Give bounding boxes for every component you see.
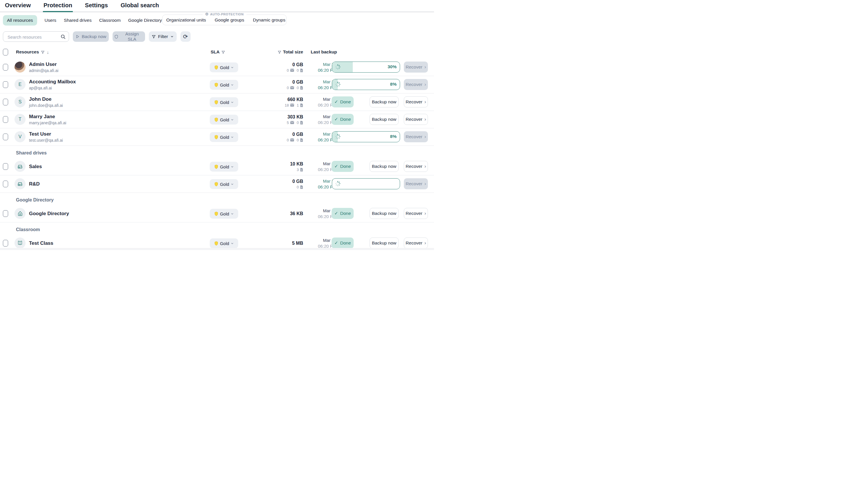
chevron-down-icon [231, 242, 234, 245]
play-icon [75, 35, 80, 38]
mail-icon [290, 69, 294, 72]
mail-icon [290, 86, 294, 89]
recover-button[interactable]: Recover› [404, 178, 428, 189]
auto-protection-legend: ⚙ AUTO-PROTECTION [202, 12, 246, 16]
backup-now-button[interactable]: Backup now [370, 238, 399, 249]
sla-label: Gold [220, 135, 229, 140]
backup-now-button[interactable]: Backup now [370, 114, 399, 125]
sla-pill[interactable]: Gold [210, 179, 238, 189]
assign-sla-button[interactable]: Assign SLA [113, 31, 145, 42]
status-done-badge: ✓Done [332, 96, 354, 107]
auto-protection-label: AUTO-PROTECTION [210, 12, 244, 16]
file-icon [300, 103, 303, 107]
row-checkbox[interactable] [3, 210, 8, 217]
section-header: Google Directory [0, 193, 434, 205]
sort-desc-icon[interactable]: ↓ [47, 50, 49, 55]
backup-progress-bar: 30% [332, 61, 400, 72]
chip-shared-drives[interactable]: Shared drives [64, 18, 92, 23]
chevron-right-icon: › [424, 134, 426, 140]
backup-now-button[interactable]: Backup now [370, 208, 399, 219]
status-label: Done [340, 211, 351, 216]
section-title: Google Directory [16, 197, 54, 203]
search-input[interactable] [7, 32, 60, 42]
user-photo-avatar [14, 61, 25, 72]
chevron-right-icon: › [424, 163, 426, 169]
count-value: 0 [297, 86, 299, 90]
funnel-icon[interactable] [278, 50, 281, 54]
recover-button[interactable]: Recover› [404, 79, 428, 90]
backup-now-toolbar-button[interactable]: Backup now [73, 31, 109, 42]
sla-pill[interactable]: Gold [210, 238, 238, 248]
tab-overview[interactable]: Overview [4, 0, 31, 12]
chip-organizational-units[interactable]: Organizational units [166, 18, 206, 23]
recover-button[interactable]: Recover› [404, 96, 428, 107]
chevron-right-icon: › [424, 99, 426, 105]
chip-users[interactable]: Users [45, 18, 56, 23]
backup-now-button[interactable]: Backup now [370, 96, 399, 107]
resource-name: Google Directory [29, 211, 69, 217]
recover-button[interactable]: Recover› [404, 131, 428, 142]
sla-pill[interactable]: Gold [210, 162, 238, 172]
resource-name: Test Class [29, 240, 54, 246]
chip-google-groups[interactable]: Google groups [215, 18, 244, 23]
file-icon [300, 69, 303, 72]
check-icon: ✓ [334, 117, 338, 122]
count-value: 0 [287, 86, 289, 90]
chip-dynamic-groups[interactable]: Dynamic groups [253, 18, 285, 23]
sla-pill[interactable]: Gold [210, 62, 238, 72]
chevron-down-icon [231, 118, 234, 121]
resource-name: Marry Jane [29, 114, 66, 120]
count-value: 1 [297, 103, 299, 107]
file-icon [300, 185, 303, 189]
recover-button[interactable]: Recover› [404, 238, 428, 249]
status-done-badge: ✓Done [332, 114, 354, 125]
tab-protection[interactable]: Protection [43, 0, 73, 12]
refresh-button[interactable]: ⟳ [180, 31, 191, 42]
total-size-value: 0 GB [292, 132, 303, 137]
recover-button[interactable]: Recover› [404, 161, 428, 172]
count-value: 0 [287, 68, 289, 72]
sla-pill[interactable]: Gold [210, 97, 238, 107]
funnel-icon[interactable] [41, 50, 45, 54]
chip-all-resources[interactable]: All resources [3, 15, 37, 25]
row-checkbox[interactable] [3, 116, 8, 123]
sla-pill[interactable]: Gold [210, 80, 238, 90]
row-checkbox[interactable] [3, 240, 8, 247]
row-checkbox[interactable] [3, 181, 8, 187]
backup-progress-bar: 8% [332, 131, 400, 142]
total-size-cell: 0 GB0 [292, 175, 303, 193]
recover-button[interactable]: Recover› [404, 208, 428, 219]
row-checkbox[interactable] [3, 81, 8, 88]
resources-header: Resources [16, 49, 39, 55]
sla-pill[interactable]: Gold [210, 209, 238, 219]
resource-name-block: Accounting Mailboxap@qa.afi.ai [29, 76, 76, 93]
row-checkbox[interactable] [3, 163, 8, 170]
sla-pill[interactable]: Gold [210, 115, 238, 125]
backup-now-button[interactable]: Backup now [370, 161, 399, 172]
filter-button[interactable]: Filter [149, 31, 177, 42]
chip-google-directory[interactable]: Google Directory [128, 18, 162, 23]
total-size-value: 303 KB [288, 114, 303, 120]
tab-global-search[interactable]: Global search [120, 0, 160, 12]
protection-page: Overview Protection Settings Global sear… [0, 0, 434, 250]
recover-label: Recover [406, 211, 422, 216]
funnel-icon[interactable] [221, 50, 225, 54]
assign-sla-label: Assign SLA [121, 31, 143, 42]
bottom-edge [0, 248, 434, 250]
resource-name: Accounting Mailbox [29, 79, 76, 85]
sla-label: Gold [220, 117, 229, 122]
funnel-icon [152, 35, 156, 38]
recover-label: Recover [406, 240, 422, 246]
gold-shield-icon [214, 100, 219, 105]
row-checkbox[interactable] [3, 64, 8, 70]
select-all-checkbox[interactable] [3, 49, 8, 55]
section-header: Shared drives [0, 146, 434, 158]
row-checkbox[interactable] [3, 99, 8, 105]
total-size-cell: 660 KB181 [285, 93, 303, 111]
sla-pill[interactable]: Gold [210, 132, 238, 142]
recover-button[interactable]: Recover› [404, 61, 428, 72]
row-checkbox[interactable] [3, 134, 8, 140]
tab-settings[interactable]: Settings [84, 0, 108, 12]
recover-button[interactable]: Recover› [404, 114, 428, 125]
chip-classroom[interactable]: Classroom [99, 18, 121, 23]
